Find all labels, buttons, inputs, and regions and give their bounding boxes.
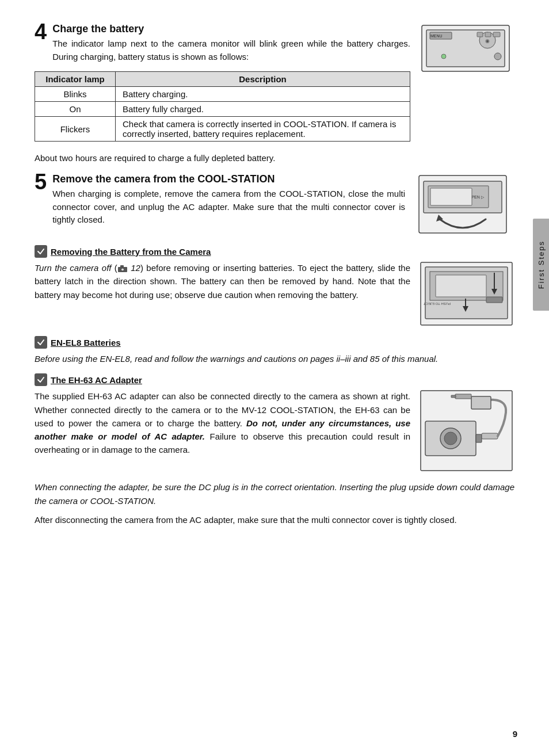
battery-removal-diagram: PUSH TO EJECT [420, 261, 513, 326]
svg-point-33 [444, 432, 457, 445]
indicator-table: Indicator lamp Description Blinks Batter… [35, 71, 410, 142]
tip-en-el8-body: Before using the EN-EL8, read and follow… [35, 352, 514, 365]
step4-header: 4 Charge the battery The indicator lamp … [35, 23, 410, 63]
svg-rect-37 [455, 394, 471, 399]
step5-diagram-svg: OPEN ▷ [417, 173, 509, 235]
tip-eh63-body: The supplied EH-63 AC adapter can also b… [35, 390, 410, 456]
tip-battery-title: Removing the Battery from the Camera [51, 247, 211, 257]
tip-battery-header: Removing the Battery from the Camera [35, 245, 514, 258]
svg-point-10 [441, 54, 446, 59]
step4-content: Charge the battery The indicator lamp ne… [52, 23, 410, 63]
svg-rect-7 [485, 32, 491, 37]
step4-section: 4 Charge the battery The indicator lamp … [35, 23, 514, 147]
tip-battery-text: Turn the camera off ( 12) before removin… [35, 261, 410, 301]
step5-text: 5 Remove the camera from the COOL-STATIO… [35, 173, 405, 235]
tip-eh63-section: The EH-63 AC Adapter The supplied EH-63 … [35, 373, 514, 474]
step4-number: 4 [35, 21, 47, 43]
step5-image-col: OPEN ▷ [417, 173, 514, 237]
step4-title: Charge the battery [52, 23, 410, 35]
lamp-blinks: Blinks [35, 87, 116, 102]
tip-battery-body: Turn the camera off ( 12) before removin… [35, 261, 410, 301]
tip-battery-section: Removing the Battery from the Camera Tur… [35, 245, 514, 328]
final-italic-warning: When connecting the adapter, be sure the… [35, 480, 514, 507]
table-header-desc: Description [116, 72, 410, 87]
page-ref-12: 12 [131, 263, 140, 273]
tip-en-el8-title: EN-EL8 Batteries [51, 338, 121, 348]
tip-icon [35, 245, 47, 258]
step5-body: When charging is complete, remove the ca… [52, 188, 405, 227]
sidebar-tab-label: First Steps [537, 240, 546, 289]
tip-eh63-text: The supplied EH-63 AC adapter can also b… [35, 390, 410, 456]
svg-rect-35 [482, 433, 498, 439]
tip-eh63-content: The supplied EH-63 AC adapter can also b… [35, 390, 514, 474]
tip-battery-content: Turn the camera off ( 12) before removin… [35, 261, 514, 328]
svg-text:PUSH TO EJECT: PUSH TO EJECT [424, 302, 451, 306]
step5-section: 5 Remove the camera from the COOL-STATIO… [35, 173, 514, 237]
camera-inline-icon [117, 265, 128, 273]
step5-number: 5 [35, 171, 47, 193]
svg-text:MENU: MENU [430, 34, 443, 38]
step5-title: Remove the camera from the COOL-STATION [52, 173, 405, 185]
desc-on: Battery fully charged. [116, 102, 410, 117]
checkmark-icon-3 [37, 376, 45, 384]
step5-content: Remove the camera from the COOL-STATION … [52, 173, 405, 227]
svg-rect-34 [476, 434, 482, 442]
svg-rect-8 [493, 32, 500, 37]
table-row: Flickers Check that camera is correctly … [35, 117, 410, 142]
svg-rect-38 [451, 395, 456, 398]
svg-rect-23 [436, 275, 486, 297]
checkmark-icon [37, 247, 45, 255]
about-text: About two hours are required to charge a… [35, 153, 514, 163]
table-header-lamp: Indicator lamp [35, 72, 116, 87]
tip-eh63-title: The EH-63 AC Adapter [51, 375, 142, 385]
svg-rect-18 [120, 265, 124, 268]
camera-top-diagram-svg: MENU ◉ [420, 23, 512, 74]
step5-header: 5 Remove the camera from the COOL-STATIO… [35, 173, 405, 227]
tip-eh63-icon [35, 373, 47, 386]
final-para: After disconnecting the camera from the … [35, 513, 514, 526]
sidebar-tab: First Steps [533, 219, 549, 311]
svg-rect-27 [486, 297, 502, 303]
svg-rect-15 [430, 188, 472, 205]
step4-body: The indicator lamp next to the camera mo… [52, 37, 410, 63]
svg-rect-6 [477, 32, 483, 37]
svg-text:◉: ◉ [485, 38, 490, 44]
tip-en-el8-section: EN-EL8 Batteries Before using the EN-EL8… [35, 336, 514, 365]
tip-eh63-header: The EH-63 AC Adapter [35, 373, 514, 386]
tip-en-el8-header: EN-EL8 Batteries [35, 336, 514, 349]
svg-point-19 [121, 268, 124, 271]
page-number: 9 [513, 729, 517, 739]
table-row: On Battery fully charged. [35, 102, 410, 117]
desc-flickers: Check that camera is correctly inserted … [116, 117, 410, 142]
tip-en-el8-icon [35, 336, 47, 349]
svg-point-9 [494, 53, 501, 60]
lamp-on: On [35, 102, 116, 117]
step4-left: 4 Charge the battery The indicator lamp … [35, 23, 410, 147]
step4-camera-diagram: MENU ◉ [420, 23, 514, 75]
desc-blinks: Battery charging. [116, 87, 410, 102]
tip-camera-off-label: Turn the camera off [35, 263, 115, 273]
ac-adapter-diagram [420, 390, 513, 472]
page-container: 4 Charge the battery The indicator lamp … [0, 0, 549, 549]
tip-eh63-image-col [420, 390, 514, 474]
lamp-flickers: Flickers [35, 117, 116, 142]
tip-battery-image-col: PUSH TO EJECT [420, 261, 514, 328]
svg-rect-36 [471, 396, 491, 409]
checkmark-icon-2 [37, 338, 45, 346]
table-row: Blinks Battery charging. [35, 87, 410, 102]
